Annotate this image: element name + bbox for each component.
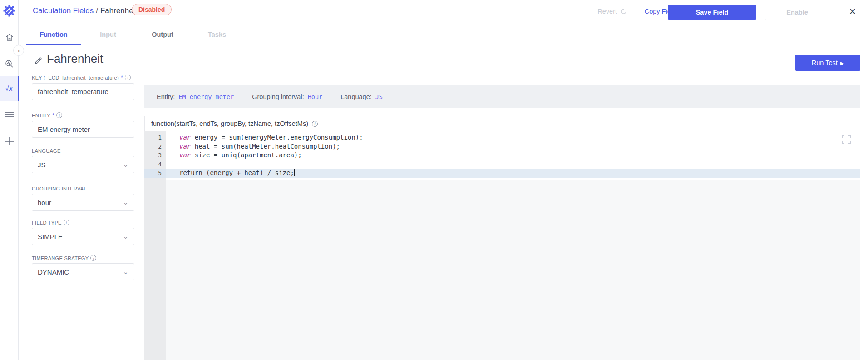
tab-function[interactable]: Function [26,25,81,45]
info-icon[interactable]: i [125,75,131,80]
entity-input[interactable] [32,121,134,138]
chevron-down-icon: ⌄ [123,232,128,240]
text-cursor [294,169,295,176]
line-number: 1 [144,133,166,142]
app-logo-icon[interactable] [3,5,15,17]
info-icon[interactable]: i [64,220,69,225]
grouping-interval-label: GROUPING INTERVAL [32,186,134,191]
menu-icon[interactable] [0,105,19,124]
field-grouping-interval: GROUPING INTERVAL hour ⌄ [32,186,134,211]
code-line [166,160,860,169]
line-number-active: 5 [144,169,166,178]
code-line: var energy = sum(energyMeter.energyConsu… [166,133,860,142]
add-icon[interactable] [0,132,19,150]
chevron-right-icon: › [18,47,20,54]
line-number: 4 [144,160,166,169]
home-icon[interactable] [0,28,19,46]
editor-region: Entity:EM energy meter Grouping interval… [144,0,860,360]
breadcrumb-section-link[interactable]: Calculation Fields [33,6,94,15]
context-bar: Entity:EM energy meter Grouping interval… [144,85,860,108]
breadcrumb: Calculation Fields/Fahrenheit [33,6,137,15]
required-asterisk: * [121,74,123,81]
editor-gutter: 1 2 3 4 5 [144,131,166,360]
key-label: KEY (_ECD_fahrenheit_temperature)* i [32,74,134,81]
field-timerange-strategy: TIMERANGE SRATEGY i DYNAMIC ⌄ [32,255,134,280]
entity-label: ENTITY* i [32,112,134,119]
language-select[interactable]: JS ⌄ [32,156,134,173]
context-entity-value[interactable]: EM energy meter [178,93,234,100]
info-icon[interactable]: i [90,255,96,261]
field-entity: ENTITY* i [32,112,134,138]
field-key: KEY (_ECD_fahrenheit_temperature)* i [32,74,134,100]
language-select-value: JS [38,161,46,169]
fullscreen-icon[interactable] [841,135,851,146]
context-language-value[interactable]: JS [375,93,383,100]
search-icon[interactable] [0,55,19,73]
line-number: 2 [144,142,166,151]
field-type-select-value: SIMPLE [38,233,63,240]
field-type-select[interactable]: SIMPLE ⌄ [32,228,134,245]
code-editor[interactable]: 1 2 3 4 5 var energy = sum(energyMeter.e… [144,131,860,360]
grouping-interval-select[interactable]: hour ⌄ [32,194,134,211]
function-signature: function(startTs, endTs, groupBy, tzName… [151,120,308,127]
calculation-field-editor: √x › Calculation Fields/Fahrenheit Disab… [0,0,868,360]
timerange-strategy-select-value: DYNAMIC [38,268,69,276]
language-label: LANGUAGE [32,148,134,154]
field-language: LANGUAGE JS ⌄ [32,148,134,173]
field-type-label: FIELD TYPE i [32,220,134,225]
context-grouping-value[interactable]: Hour [308,93,323,100]
code-line-active: return (energy + heat) / size; [166,169,860,178]
function-signature-bar: function(startTs, endTs, groupBy, tzName… [144,116,860,131]
info-icon[interactable]: i [56,112,62,118]
key-input[interactable] [32,83,134,100]
breadcrumb-separator: / [94,6,100,15]
code-line: var size = uniq(apartment.area); [166,151,860,160]
timerange-strategy-select[interactable]: DYNAMIC ⌄ [32,263,134,280]
edit-pencil-icon[interactable] [34,56,43,67]
page-title: Fahrenheit [47,52,103,66]
sidebar-item-calculations[interactable]: √x [0,76,19,101]
required-asterisk: * [52,112,54,119]
code-lines[interactable]: var energy = sum(energyMeter.energyConsu… [166,131,860,178]
chevron-down-icon: ⌄ [123,160,128,169]
context-entity: Entity:EM energy meter [157,93,234,100]
chevron-down-icon: ⌄ [123,198,128,206]
field-field-type: FIELD TYPE i SIMPLE ⌄ [32,220,134,245]
tab-input[interactable]: Input [81,25,135,45]
info-icon[interactable]: i [312,121,318,127]
code-line: var heat = sum(heatMeter.heatConsumption… [166,142,860,151]
sqrt-x-icon: √x [5,85,13,93]
grouping-interval-select-value: hour [38,199,51,206]
context-language: Language:JS [340,93,383,100]
context-grouping: Grouping interval:Hour [252,93,322,100]
line-number: 3 [144,151,166,160]
collapse-panel-button[interactable]: › [13,45,24,56]
timerange-strategy-label: TIMERANGE SRATEGY i [32,255,134,261]
chevron-down-icon: ⌄ [123,268,128,276]
